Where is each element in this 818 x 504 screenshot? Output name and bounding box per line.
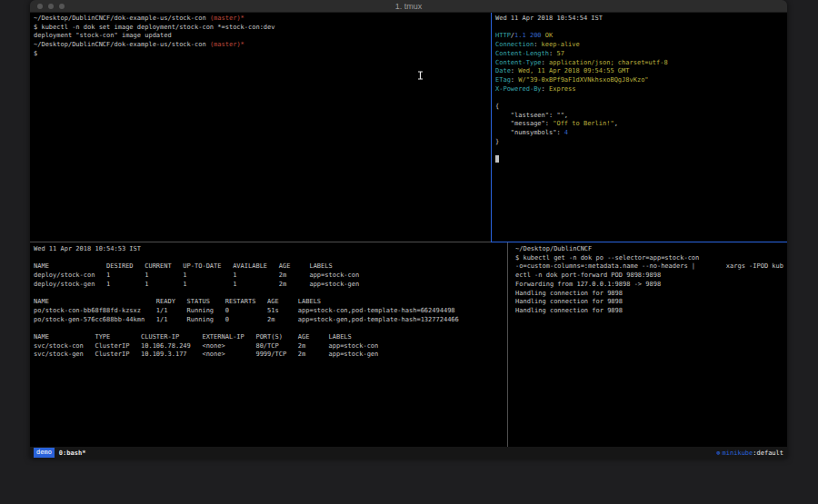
terminal-line: ~/Desktop/DublinCNCF/dok-example-us/stoc… bbox=[34, 15, 489, 24]
status-right: ⊛ minikube :default bbox=[716, 450, 783, 457]
terminal-line: ~/Desktop/DublinCNCF/dok-example-us/stoc… bbox=[34, 41, 489, 50]
window-list-item-active[interactable]: 0:bash* bbox=[59, 450, 86, 457]
terminal-line: Content-Type: application/json; charset=… bbox=[495, 59, 785, 68]
terminal-line: svc/stock-con ClusterIP 10.106.78.249 <n… bbox=[34, 342, 505, 351]
terminal-line bbox=[34, 254, 505, 263]
terminal-line: ETag: W/"39-0xBPf9aF1dXVNkhsxoBQgJ8vKzo" bbox=[495, 76, 785, 85]
pane-bottom-left-kubectl-watch[interactable]: Wed 11 Apr 2018 10:54:53 IST NAME DESIRE… bbox=[30, 242, 507, 447]
terminal-line: Wed 11 Apr 2018 10:54:54 IST bbox=[495, 15, 785, 24]
pane-top-right-http-response[interactable]: Wed 11 Apr 2018 10:54:54 IST HTTP/1.1 20… bbox=[492, 13, 787, 242]
terminal-line: Connection: keep-alive bbox=[495, 41, 785, 50]
terminal-line bbox=[34, 290, 505, 299]
pane-border-horizontal-active[interactable] bbox=[491, 242, 787, 242]
terminal-line bbox=[34, 324, 505, 333]
terminal-line: Handling connection for 9898 bbox=[515, 290, 785, 299]
terminal-line: HTTP/1.1 200 OK bbox=[495, 32, 785, 41]
terminal-window: 1. tmux ~/Desktop/DublinCNCF/dok-example… bbox=[30, 0, 787, 459]
pane-border-vertical-active[interactable] bbox=[491, 13, 492, 242]
terminal-line bbox=[495, 94, 785, 103]
terminal-line: NAME DESIRED CURRENT UP-TO-DATE AVAILABL… bbox=[34, 262, 505, 272]
window-title: 1. tmux bbox=[30, 2, 787, 11]
terminal-line: po/stock-con-bb68f88fd-kzsxz 1/1 Running… bbox=[34, 307, 505, 316]
terminal-line: deploy/stock-gen 1 1 1 1 2m app=stock-ge… bbox=[34, 281, 505, 290]
terminal-line: "message": "Off to Berlin!", bbox=[495, 120, 785, 129]
kube-context-icon: ⊛ bbox=[716, 450, 720, 457]
session-name-badge: demo bbox=[34, 448, 55, 458]
terminal-line: $ bbox=[34, 50, 489, 59]
terminal-line: NAME TYPE CLUSTER-IP EXTERNAL-IP PORT(S)… bbox=[34, 333, 505, 342]
pane-bottom-right-port-forward[interactable]: ~/Desktop/DublinCNCF$ kubectl get -n dok… bbox=[508, 242, 787, 447]
terminal-line: -o=custom-columns=:metadata.name --no-he… bbox=[515, 262, 785, 272]
terminal-line: "numsymbols": 4 bbox=[495, 129, 785, 138]
terminal-line: Content-Length: 57 bbox=[495, 50, 785, 59]
terminal-line: Handling connection for 9898 bbox=[515, 298, 785, 307]
terminal-line bbox=[495, 147, 785, 156]
terminal-line: Forwarding from 127.0.0.1:9898 -> 9898 bbox=[515, 281, 785, 290]
desktop: 1. tmux ~/Desktop/DublinCNCF/dok-example… bbox=[0, 0, 818, 504]
pane-border-horizontal[interactable] bbox=[30, 242, 491, 242]
terminal-line: Wed 11 Apr 2018 10:54:53 IST bbox=[34, 245, 505, 254]
terminal-line: po/stock-gen-576cc688bb-44kmn 1/1 Runnin… bbox=[34, 316, 505, 325]
terminal-line: Date: Wed, 11 Apr 2018 09:54:55 GMT bbox=[495, 67, 785, 76]
pane-border-vertical[interactable] bbox=[507, 242, 508, 447]
terminal-line: NAME READY STATUS RESTARTS AGE LABELS bbox=[34, 298, 505, 307]
terminal-line: deployment "stock-con" image updated bbox=[34, 32, 489, 41]
terminal-line: Handling connection for 9898 bbox=[515, 307, 785, 316]
terminal-line: $ kubectl -n dok set image deployment/st… bbox=[34, 24, 489, 33]
terminal-line: X-Powered-By: Express bbox=[495, 85, 785, 94]
terminal-line: svc/stock-gen ClusterIP 10.109.3.177 <no… bbox=[34, 351, 505, 360]
titlebar: 1. tmux bbox=[30, 0, 787, 13]
terminal-line: ectl -n dok port-forward POD 9898:9898 bbox=[515, 272, 785, 281]
terminal-line: "lastseen": "", bbox=[495, 112, 785, 121]
kube-namespace: :default bbox=[753, 450, 783, 457]
pane-top-left-shell[interactable]: ~/Desktop/DublinCNCF/dok-example-us/stoc… bbox=[30, 13, 491, 242]
terminal-line: $ kubectl get -n dok po --selector=app=s… bbox=[515, 254, 785, 263]
tmux-status-bar: demo 0:bash* ⊛ minikube :default bbox=[30, 447, 787, 459]
terminal-line: ~/Desktop/DublinCNCF bbox=[515, 245, 785, 254]
mouse-cursor-ibeam bbox=[417, 71, 424, 84]
terminal-line bbox=[495, 155, 785, 164]
kube-context-name: minikube bbox=[723, 450, 753, 457]
terminal-line: } bbox=[495, 138, 785, 147]
tmux-terminal: ~/Desktop/DublinCNCF/dok-example-us/stoc… bbox=[30, 13, 787, 447]
terminal-line: { bbox=[495, 103, 785, 112]
terminal-line: deploy/stock-con 1 1 1 1 2m app=stock-co… bbox=[34, 272, 505, 281]
terminal-line bbox=[495, 24, 785, 33]
